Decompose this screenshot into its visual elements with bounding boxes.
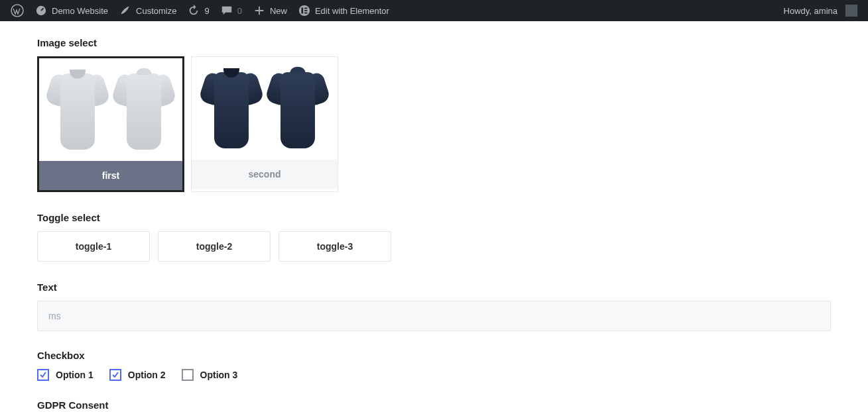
image-option-caption: second [192,160,338,189]
new-label: New [270,6,287,16]
wordpress-icon [11,4,24,17]
site-name-label: Demo Website [52,6,108,16]
admin-bar-right: Howdy, amina [778,0,863,21]
checkbox-box [37,369,49,381]
shirt-icon [200,66,263,152]
comment-icon [220,5,233,17]
toggle-option-1[interactable]: toggle-1 [37,231,150,262]
checkbox-option-label: Option 2 [128,370,166,380]
image-select-row: first second [37,56,831,192]
site-name-link[interactable]: Demo Website [29,0,113,21]
text-input[interactable] [37,301,831,331]
updates-count: 9 [204,6,209,16]
elementor-icon [298,5,311,17]
form-content: Image select first second [0,21,868,412]
updates-link[interactable]: 9 [182,0,214,21]
toggle-select-label: Toggle select [37,212,831,223]
shirt-icon [46,67,109,153]
svg-rect-5 [304,10,308,11]
elementor-label: Edit with Elementor [315,6,389,16]
shirt-icon [266,66,330,152]
admin-bar-left: Demo Website Customize 9 0 New [5,0,395,21]
brush-icon [119,5,132,17]
svg-rect-6 [304,13,308,14]
updates-icon [187,5,200,17]
image-select-label: Image select [37,37,831,48]
new-content-link[interactable]: New [247,0,292,21]
image-option-second[interactable]: second [191,56,338,192]
checkbox-option-2[interactable]: Option 2 [109,369,166,381]
toggle-row: toggle-1 toggle-2 toggle-3 [37,231,831,262]
wp-admin-bar: Demo Website Customize 9 0 New [0,0,868,21]
image-option-caption: first [39,161,182,190]
elementor-link[interactable]: Edit with Elementor [292,0,395,21]
comments-count: 0 [237,6,242,16]
checkbox-box [109,369,121,381]
dashboard-icon [34,5,48,17]
customize-label: Customize [136,6,176,16]
comments-link[interactable]: 0 [215,0,247,21]
checkbox-row: Option 1 Option 2 Option 3 [37,369,831,381]
customize-link[interactable]: Customize [113,0,182,21]
checkbox-option-3[interactable]: Option 3 [182,369,238,381]
avatar [845,5,857,17]
checkbox-label: Checkbox [37,350,831,361]
checkbox-option-1[interactable]: Option 1 [37,369,93,381]
svg-rect-4 [304,8,308,9]
svg-rect-3 [301,8,303,14]
gdpr-label: GDPR Consent [37,399,831,411]
text-label: Text [37,282,831,293]
toggle-option-3[interactable]: toggle-3 [279,231,391,262]
image-option-second-img [192,57,338,160]
image-option-first[interactable]: first [37,56,184,192]
shirt-icon [112,67,176,153]
wp-logo[interactable] [5,0,29,21]
howdy-label: Howdy, amina [784,6,837,16]
checkbox-box [182,369,194,381]
toggle-option-2[interactable]: toggle-2 [158,231,271,262]
plus-icon [253,5,266,17]
checkbox-option-label: Option 3 [200,370,238,380]
checkbox-option-label: Option 1 [56,370,93,380]
image-option-first-img [39,58,182,161]
my-account-link[interactable]: Howdy, amina [778,0,863,21]
